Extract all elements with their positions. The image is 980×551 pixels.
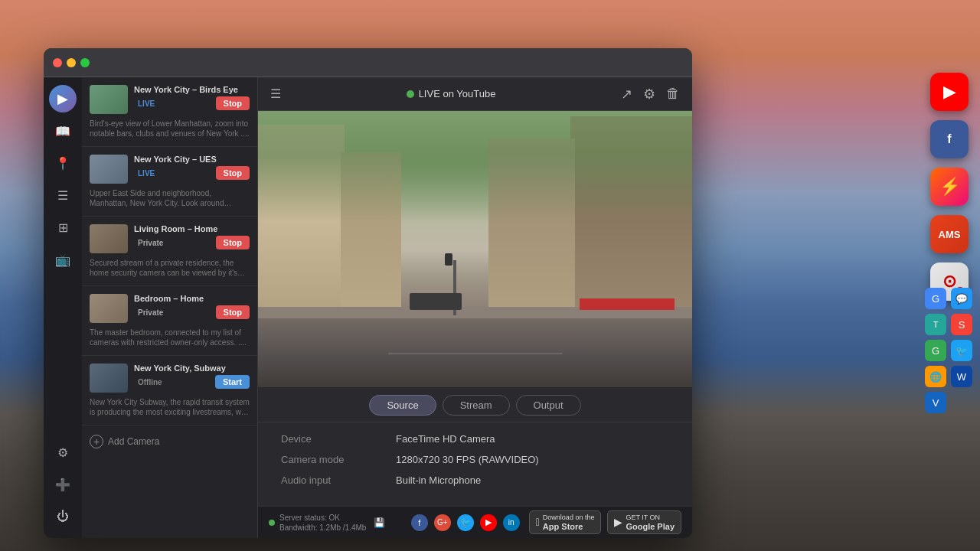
- camera-item-nyc-birds[interactable]: New York City – Birds Eye LIVE Stop Bird…: [82, 77, 257, 147]
- status-badge-nyc-birds: LIVE: [134, 99, 158, 109]
- camera-desc-subway: New York City Subway, the rapid transit …: [90, 397, 250, 417]
- app-logo-icon[interactable]: ▶: [49, 85, 77, 112]
- status-badge-living-room: Private: [134, 238, 167, 248]
- mini-s-icon[interactable]: S: [951, 314, 972, 335]
- server-status: Server status: OK Bandwidth: 1.2Mb /1.4M…: [269, 513, 411, 533]
- camera-item-subway[interactable]: New York City, Subway Offline Start New …: [82, 356, 257, 425]
- mini-t-icon[interactable]: T: [925, 314, 946, 335]
- bottom-panel: Source Stream Output Device FaceTime HD …: [258, 387, 692, 506]
- app-store-badge[interactable]:  Download on the App Store: [529, 510, 602, 534]
- sidebar-book-icon[interactable]: 📖: [49, 117, 77, 145]
- mini-chat-icon[interactable]: 💬: [951, 288, 972, 309]
- mini-g2-icon[interactable]: G: [925, 340, 946, 361]
- google-play-sub: GET IT ON: [626, 514, 675, 522]
- social-googleplus-icon[interactable]: G+: [434, 514, 451, 531]
- live-text: LIVE on YouTube: [419, 88, 496, 99]
- sidebar-list-icon[interactable]: ☰: [49, 181, 77, 209]
- camera-name-nyc-birds: New York City – Birds Eye: [134, 85, 250, 94]
- sidebar-grid-icon[interactable]: ⊞: [49, 214, 77, 241]
- camera-item-living-room[interactable]: Living Room – Home Private Stop Secured …: [82, 217, 257, 286]
- server-status-dot: [269, 520, 275, 526]
- footer: Server status: OK Bandwidth: 1.2Mb /1.4M…: [258, 506, 692, 538]
- title-bar: [44, 48, 692, 77]
- camera-name-bedroom: Bedroom – Home: [134, 294, 250, 303]
- sidebar-power-icon[interactable]: ⏻: [49, 503, 77, 530]
- audio-input-row: Audio input Built-in Microphone: [281, 474, 669, 486]
- youtube-dock-icon[interactable]: ▶: [930, 73, 969, 111]
- sidebar-plus-icon[interactable]: ➕: [49, 471, 77, 498]
- social-linkedin-icon[interactable]: in: [503, 514, 520, 531]
- mini-dock-icons: G 💬 T S G 🐦 🌐 W V: [925, 288, 972, 413]
- start-button-subway[interactable]: Start: [215, 375, 250, 389]
- camera-thumb-bedroom: [90, 294, 128, 323]
- app-store-sub: Download on the: [543, 514, 595, 522]
- camera-info-bedroom: Bedroom – Home Private Stop: [134, 294, 250, 319]
- traffic-lights: [53, 58, 90, 67]
- add-camera-icon: +: [90, 435, 103, 448]
- status-badge-subway: Offline: [134, 377, 166, 387]
- add-camera-label: Add Camera: [108, 436, 159, 447]
- stop-button-nyc-ues[interactable]: Stop: [216, 166, 250, 180]
- stop-button-bedroom[interactable]: Stop: [216, 305, 250, 319]
- google-play-badge[interactable]: ▶ GET IT ON Google Play: [607, 510, 681, 534]
- mini-google-icon[interactable]: G: [925, 288, 946, 309]
- camera-info-nyc-birds: New York City – Birds Eye LIVE Stop: [134, 85, 250, 110]
- mini-v-icon[interactable]: V: [925, 392, 946, 413]
- social-facebook-icon[interactable]: f: [411, 514, 428, 531]
- status-badge-nyc-ues: LIVE: [134, 168, 158, 178]
- camera-name-living-room: Living Room – Home: [134, 224, 250, 233]
- sidebar-icons: ▶ 📖 📍 ☰ ⊞ 📺 ⚙ ➕ ⏻: [44, 77, 82, 538]
- status-badge-bedroom: Private: [134, 308, 167, 318]
- camera-thumb-subway: [90, 364, 128, 393]
- device-info: Device FaceTime HD Camera Camera mode 12…: [258, 422, 692, 506]
- settings-icon[interactable]: ⚙: [643, 86, 655, 103]
- facebook-dock-icon[interactable]: f: [930, 120, 969, 158]
- camera-desc-nyc-birds: Bird's-eye view of Lower Manhattan, zoom…: [90, 119, 250, 139]
- sidebar-broadcast-icon[interactable]: 📺: [49, 246, 77, 273]
- bandwidth-icon: 💾: [374, 517, 385, 528]
- camera-thumb-nyc-ues: [90, 155, 128, 184]
- google-play-label: Google Play: [626, 522, 675, 531]
- video-preview-area: [258, 111, 692, 387]
- apple-icon: : [536, 516, 540, 528]
- camera-info-living-room: Living Room – Home Private Stop: [134, 224, 250, 249]
- tab-output[interactable]: Output: [516, 395, 581, 416]
- mini-twitter-icon[interactable]: 🐦: [951, 340, 972, 361]
- server-status-text: Server status: OK: [279, 513, 366, 523]
- right-panel: ☰ LIVE on YouTube ↗ ⚙ 🗑: [258, 77, 692, 538]
- camera-item-nyc-ues[interactable]: New York City – UES LIVE Stop Upper East…: [82, 147, 257, 217]
- camera-desc-living-room: Secured stream of a private residence, t…: [90, 258, 250, 278]
- delete-icon[interactable]: 🗑: [666, 86, 680, 102]
- camera-item-bedroom[interactable]: Bedroom – Home Private Stop The master b…: [82, 286, 257, 356]
- lightning-dock-icon[interactable]: ⚡: [930, 168, 969, 206]
- tab-source[interactable]: Source: [369, 395, 436, 416]
- social-twitter-icon[interactable]: 🐦: [457, 514, 474, 531]
- ams-dock-icon[interactable]: AMS: [930, 215, 969, 253]
- maximize-button[interactable]: [80, 58, 90, 67]
- add-camera-button[interactable]: + Add Camera: [82, 425, 257, 458]
- sidebar-settings-icon[interactable]: ⚙: [49, 439, 77, 466]
- live-dot: [407, 90, 414, 98]
- camera-list: New York City – Birds Eye LIVE Stop Bird…: [82, 77, 258, 538]
- camera-info-subway: New York City, Subway Offline Start: [134, 364, 250, 389]
- camera-thumb-living-room: [90, 224, 128, 253]
- tab-stream[interactable]: Stream: [443, 395, 510, 416]
- bandwidth-text: Bandwidth: 1.2Mb /1.4Mb: [279, 523, 366, 533]
- mini-y2-icon[interactable]: 🌐: [925, 366, 946, 387]
- stop-button-nyc-birds[interactable]: Stop: [216, 96, 250, 110]
- sidebar-location-icon[interactable]: 📍: [49, 149, 77, 177]
- menu-icon[interactable]: ☰: [270, 86, 281, 101]
- close-button[interactable]: [53, 58, 62, 67]
- camera-name-nyc-ues: New York City – UES: [134, 155, 250, 164]
- share-icon[interactable]: ↗: [621, 86, 632, 103]
- live-indicator: LIVE on YouTube: [290, 88, 612, 99]
- stop-button-living-room[interactable]: Stop: [216, 236, 250, 249]
- camera-name-subway: New York City, Subway: [134, 364, 250, 373]
- audio-input-value: Built-in Microphone: [396, 474, 481, 486]
- camera-mode-label: Camera mode: [281, 454, 396, 465]
- mini-w-icon[interactable]: W: [951, 366, 972, 387]
- minimize-button[interactable]: [67, 58, 76, 67]
- camera-mode-row: Camera mode 980x551 30 FPS (RAWVIDEO): [281, 454, 669, 465]
- audio-input-label: Audio input: [281, 474, 396, 486]
- social-youtube-icon[interactable]: ▶: [480, 514, 497, 531]
